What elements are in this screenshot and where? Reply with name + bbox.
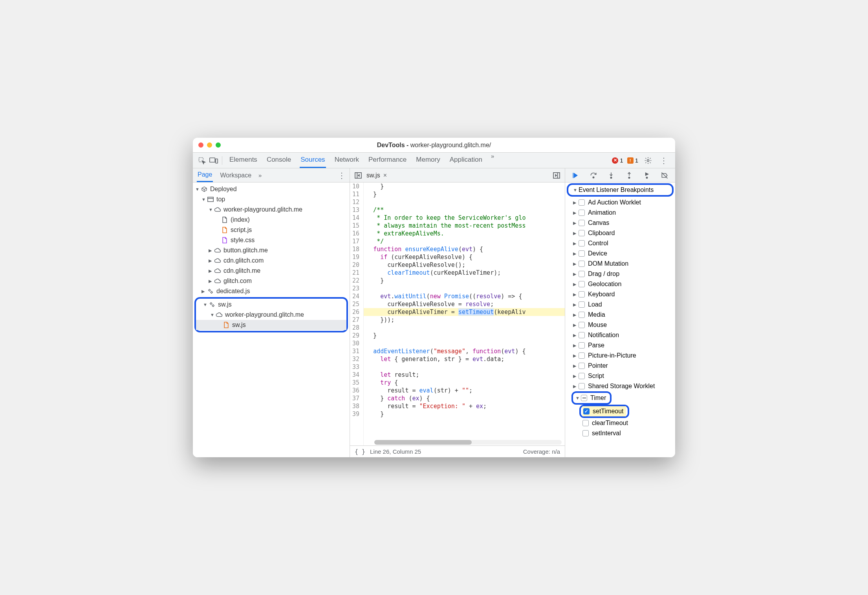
checkbox-icon[interactable] (579, 312, 585, 318)
bp-group[interactable]: ▶Ad Auction Worklet (565, 197, 675, 208)
subtab-page[interactable]: Page (197, 168, 213, 182)
checkbox-checked-icon[interactable] (583, 408, 590, 414)
resume-icon[interactable] (570, 170, 581, 181)
bp-group[interactable]: ▶Keyboard (565, 289, 675, 299)
checkbox-icon[interactable] (579, 363, 585, 369)
bp-group[interactable]: ▶Clipboard (565, 228, 675, 238)
bp-group[interactable]: ▶Parse (565, 340, 675, 350)
navigator-panel: Page Workspace » ⋮ ▼Deployed ▼top ▼worke… (193, 168, 350, 457)
tab-elements[interactable]: Elements (229, 153, 258, 168)
tree-scriptjs[interactable]: script.js (193, 225, 350, 235)
bp-group[interactable]: ▶Control (565, 238, 675, 248)
tab-application[interactable]: Application (449, 153, 483, 168)
code-area[interactable]: } } /** * In order to keep the ServiceWo… (364, 183, 565, 445)
tab-network[interactable]: Network (334, 153, 360, 168)
tree-index[interactable]: (index) (193, 215, 350, 225)
tab-sources[interactable]: Sources (300, 153, 326, 168)
tab-console[interactable]: Console (266, 153, 292, 168)
checkbox-icon[interactable] (582, 430, 589, 436)
tree-cdn2[interactable]: ▶cdn.glitch.me (193, 266, 350, 276)
checkbox-icon[interactable] (579, 271, 585, 277)
checkbox-icon[interactable] (579, 322, 585, 328)
checkbox-icon[interactable] (582, 420, 589, 426)
checkbox-icon[interactable] (579, 281, 585, 287)
close-window-button[interactable] (198, 142, 203, 148)
warning-count[interactable]: !1 (627, 157, 638, 164)
menu-icon[interactable]: ⋮ (658, 155, 670, 166)
checkbox-icon[interactable] (579, 210, 585, 216)
checkbox-icon[interactable] (579, 352, 585, 359)
bp-setinterval[interactable]: setInterval (565, 428, 675, 438)
event-listener-header-highlight: ▼Event Listener Breakpoints (567, 183, 674, 197)
bp-group[interactable]: ▶Shared Storage Worklet (565, 381, 675, 391)
bp-group-timer[interactable]: ▼Timer (575, 393, 608, 403)
minimize-window-button[interactable] (207, 142, 212, 148)
deactivate-breakpoints-icon[interactable] (659, 170, 670, 181)
close-tab-icon[interactable]: × (383, 172, 387, 179)
status-bar: { } Line 26, Column 25 Coverage: n/a (350, 445, 565, 457)
tree-sw-origin[interactable]: ▼worker-playground.glitch.me (196, 310, 346, 320)
more-subtabs-icon[interactable]: » (258, 172, 262, 179)
step-over-icon[interactable] (588, 170, 599, 181)
bp-settimeout[interactable]: setTimeout (582, 406, 626, 416)
tree-cdn1[interactable]: ▶cdn.glitch.com (193, 256, 350, 266)
checkbox-icon[interactable] (579, 261, 585, 267)
checkbox-icon[interactable] (579, 250, 585, 257)
step-into-icon[interactable] (606, 170, 617, 181)
horizontal-scrollbar[interactable] (374, 440, 562, 445)
maximize-window-button[interactable] (216, 142, 221, 148)
bp-group[interactable]: ▶Pointer (565, 361, 675, 371)
inspect-icon[interactable] (196, 155, 208, 166)
checkbox-icon[interactable] (579, 199, 585, 206)
bp-group[interactable]: ▶Script (565, 371, 675, 381)
show-navigator-icon[interactable] (353, 172, 363, 179)
tree-origin[interactable]: ▼worker-playground.glitch.me (193, 204, 350, 215)
bp-group[interactable]: ▶Notification (565, 330, 675, 340)
bp-group[interactable]: ▶Drag / drop (565, 269, 675, 279)
device-toggle-icon[interactable] (208, 155, 220, 166)
tree-sw-group[interactable]: ▼sw.js (196, 299, 346, 310)
checkbox-icon[interactable] (579, 383, 585, 389)
bp-group[interactable]: ▶Geolocation (565, 279, 675, 289)
checkbox-icon[interactable] (579, 373, 585, 379)
tree-dedicated[interactable]: ▶dedicated.js (193, 286, 350, 296)
tab-performance[interactable]: Performance (368, 153, 407, 168)
tab-memory[interactable]: Memory (415, 153, 441, 168)
bp-cleartimeout[interactable]: clearTimeout (565, 418, 675, 428)
tree-top[interactable]: ▼top (193, 194, 350, 204)
step-icon[interactable] (641, 170, 652, 181)
checkbox-icon[interactable] (579, 220, 585, 226)
bp-group[interactable]: ▶Load (565, 299, 675, 310)
bp-group[interactable]: ▶Device (565, 248, 675, 259)
subtab-workspace[interactable]: Workspace (219, 169, 252, 182)
bp-group[interactable]: ▶DOM Mutation (565, 259, 675, 269)
bp-group[interactable]: ▶Mouse (565, 320, 675, 330)
file-tab-swjs[interactable]: sw.js× (363, 172, 390, 179)
event-listener-breakpoints-header[interactable]: ▼Event Listener Breakpoints (571, 185, 656, 195)
show-debugger-icon[interactable] (551, 172, 562, 179)
checkbox-icon[interactable] (579, 332, 585, 338)
settings-icon[interactable] (642, 155, 654, 166)
checkbox-icon[interactable] (579, 342, 585, 349)
navigator-menu-icon[interactable]: ⋮ (338, 171, 346, 180)
bp-group[interactable]: ▶Animation (565, 208, 675, 218)
error-count[interactable]: ✕1 (612, 157, 623, 164)
svg-point-16 (611, 177, 612, 178)
checkbox-mixed-icon[interactable] (581, 395, 587, 401)
tree-button[interactable]: ▶button.glitch.me (193, 245, 350, 256)
tree-stylecss[interactable]: style.css (193, 235, 350, 245)
checkbox-icon[interactable] (579, 301, 585, 308)
tree-glitch[interactable]: ▶glitch.com (193, 276, 350, 286)
more-tabs-icon[interactable]: » (491, 153, 494, 168)
checkbox-icon[interactable] (579, 230, 585, 236)
tree-deployed[interactable]: ▼Deployed (193, 184, 350, 194)
bp-group[interactable]: ▶Media (565, 310, 675, 320)
step-out-icon[interactable] (624, 170, 635, 181)
pretty-print-icon[interactable]: { } (355, 448, 365, 455)
checkbox-icon[interactable] (579, 240, 585, 246)
bp-group[interactable]: ▶Canvas (565, 218, 675, 228)
bp-group[interactable]: ▶Picture-in-Picture (565, 350, 675, 361)
code-editor[interactable]: 1011121314151617181920212223242526272829… (350, 183, 565, 445)
checkbox-icon[interactable] (579, 291, 585, 298)
tree-sw-file[interactable]: sw.js (196, 320, 346, 330)
